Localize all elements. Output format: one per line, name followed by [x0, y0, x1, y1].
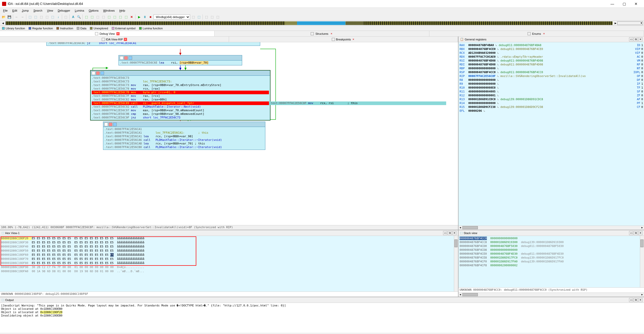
menu-windows[interactable]: Windows	[101, 8, 117, 13]
register-row[interactable]: R140000000000000000↳	[460, 101, 643, 105]
register-row[interactable]: RBP0000000000000000↳	[460, 66, 643, 70]
fwd-button[interactable]: →	[20, 14, 25, 20]
hex-line[interactable]: 000001D86C19DF70 E5 E5 E5 E5 E5 E5 E5 E5…	[1, 257, 457, 261]
graph-view[interactable]: .text:00007FFAC2E56C69 cmp eax, [rdx+10h…	[0, 42, 458, 225]
hex-line[interactable]: 000001D86C19DF80 E5 E5 E5 E5 E5 E5 E5 E5…	[1, 261, 457, 265]
register-row[interactable]: R120000000000000001↳	[460, 93, 643, 97]
open-button[interactable]: 📂	[1, 14, 6, 20]
minimize-button[interactable]: —	[606, 0, 618, 8]
graph-node-main[interactable]: .text:00007FFAC2E56C73 .text:00007FFAC2E…	[90, 70, 270, 121]
register-row[interactable]: RDI0000004876BF4D08↳debug011:0000004876B…	[460, 63, 643, 66]
sub-tab[interactable]: Breakpoints✕	[229, 37, 458, 42]
tab-close[interactable]: ✕	[543, 32, 546, 35]
output-body[interactable]: [JavaScript Warning: "This page is in Qu…	[0, 303, 644, 333]
register-row[interactable]: RSP0000004876BF4CC0↳debug011:0000004876B…	[460, 70, 643, 74]
tab-close[interactable]: ✕	[116, 32, 120, 35]
stack-detach[interactable]: ▭	[629, 231, 633, 235]
maximize-button[interactable]: ▢	[618, 0, 630, 8]
stack-line[interactable]: 0000004876BF4CC0 0000000000000000	[460, 236, 643, 240]
output-detach[interactable]: ▭	[629, 298, 633, 302]
register-row[interactable]: R13000001D86D91CDC8↳debug139:000001D86D9…	[460, 97, 643, 101]
close-button[interactable]: ✕	[630, 0, 642, 8]
menu-edit[interactable]: Edit	[10, 8, 19, 13]
stack-line[interactable]: 0000004876BF4CE8 000001D86D917FC0 debug1…	[460, 256, 643, 260]
hex-line[interactable]: 000001D86C19DF50 E5 E5 E5 E5 E5 E5 E5 E5…	[1, 249, 457, 253]
tb-btn-find[interactable]: 🔍	[76, 14, 81, 20]
stack-line[interactable]: 0000004876BF4CC8 000001D86D919300 debug1…	[460, 240, 643, 244]
menu-lumina[interactable]: Lumina	[73, 8, 86, 13]
register-row[interactable]: R90000000000000000↳	[460, 82, 643, 86]
stack-line[interactable]: 0000004876BF4CD8 0000000000000000	[460, 248, 643, 252]
save-button[interactable]: 💾	[7, 14, 12, 20]
register-row[interactable]: R80000000000000000↳	[460, 78, 643, 82]
sub-tab[interactable]: IDA View-RIP✕	[0, 37, 229, 42]
register-row[interactable]: R114000000000004005↳	[460, 90, 643, 93]
tb-btn-6[interactable]: ↓	[56, 14, 61, 20]
stack-line[interactable]: 0000004876BF4CF8 0000000200000002	[460, 263, 643, 267]
nav-end-dropdown[interactable]: ▾	[617, 21, 643, 25]
graph-node-lea[interactable]: .text:00007FFAC2E56C6E lea rsi, [rsp+0B8…	[118, 55, 242, 65]
register-row[interactable]: EFL00000206↳	[460, 109, 643, 113]
menu-file[interactable]: File	[1, 8, 10, 13]
tb-btn-16[interactable]: ⬚	[191, 14, 196, 20]
register-row[interactable]: RBX0000004876BF4CE0↳debug011:0000004876B…	[460, 47, 643, 51]
nav-left[interactable]: ◀	[1, 21, 5, 25]
register-row[interactable]: R1000000000000008E8↳	[460, 86, 643, 90]
tab-close[interactable]: ✕	[330, 32, 333, 35]
regs-detach[interactable]: ▭	[629, 37, 633, 41]
tb-btn-20[interactable]: ⬚	[215, 14, 220, 20]
hex-line[interactable]: 000001D86C19DF30 E5 E5 E5 E5 E5 E5 E5 E5…	[1, 241, 457, 245]
tb-btn-18[interactable]: ⬚	[204, 14, 209, 20]
regs-close[interactable]: ✕	[638, 37, 642, 41]
regs-body[interactable]: RAX000004876BF4BA8↳debug011:0000004876BF…	[459, 42, 644, 226]
menu-search[interactable]: Search	[31, 8, 45, 13]
tb-btn-1[interactable]: ⬚	[27, 14, 32, 20]
hex-line[interactable]: 000001D86C19DFA0 00 1A 98 6D D8 01 00 00…	[1, 269, 457, 273]
register-row[interactable]: RIP00007FFAC2E56C8F↳mozilla::SVGRenderin…	[460, 74, 643, 78]
graph-node-bottom[interactable]: .text:00007FFAC2E56CA1 .text:00007FFAC2E…	[103, 122, 265, 150]
hex-close[interactable]: ✕	[452, 231, 456, 235]
stack-vscroll[interactable]	[640, 236, 644, 287]
hex-body[interactable]: 000001D86C19DF20 E5 E5 E5 E5 E5 E5 E5 E5…	[0, 236, 458, 292]
tb-btn-13[interactable]: ⬚	[112, 14, 117, 20]
menu-options[interactable]: Options	[87, 8, 101, 13]
register-row[interactable]: R15000001D86D9CF238↳debug139:000001D86D9…	[460, 105, 643, 109]
stack-line[interactable]: 0000004876BF4CF0 000001D86D917FA0 debug1…	[460, 260, 643, 263]
menu-view[interactable]: View	[45, 8, 55, 13]
tb-btn-11[interactable]: ⬚	[101, 14, 106, 20]
stack-body[interactable]: 0000004876BF4CC0 00000000000000000000004…	[459, 236, 644, 287]
menu-debugger[interactable]: Debugger	[56, 8, 72, 13]
tb-btn-10[interactable]: ⬚	[95, 14, 100, 20]
hex-line[interactable]: 000001D86C19DF90 30 2B C2 C7 FA 7F 00 00…	[1, 265, 457, 269]
hex-restore[interactable]: ⧉	[448, 231, 452, 235]
debugger-combo[interactable]: Windbg(x64) debugger	[154, 14, 190, 20]
register-row[interactable]: RCXAD1284B9A0320000↳	[460, 51, 643, 55]
tb-btn-3[interactable]: ⬚	[39, 14, 44, 20]
pause-button[interactable]: ⏸	[142, 14, 147, 20]
tb-btn-4[interactable]: ⬚	[44, 14, 49, 20]
nav-right[interactable]: ▶	[614, 21, 617, 25]
tb-btn-5[interactable]: ⬚	[50, 14, 55, 20]
menu-jump[interactable]: Jump	[20, 8, 31, 13]
tb-btn-14[interactable]: ⬚	[118, 14, 123, 20]
register-row[interactable]: RAX000004876BF4BA8↳debug011:0000004876BF…	[460, 43, 643, 47]
hex-line[interactable]: 000001D86C19DF60 E5 E5 E5 E5 E5 E5 E5 E5…	[1, 253, 457, 257]
regs-hscroll[interactable]: ◂ ▸	[459, 226, 644, 230]
tab-close[interactable]: ✕	[124, 38, 127, 41]
hex-line[interactable]: 000001D86C19DF40 E5 E5 E5 E5 E5 E5 E5 E5…	[1, 245, 457, 249]
output-restore[interactable]: ⧉	[634, 298, 638, 302]
stack-restore[interactable]: ⧉	[634, 231, 638, 235]
tb-btn-x[interactable]: ✕	[129, 14, 134, 20]
top-tab[interactable]: Debug View✕	[0, 31, 215, 36]
hex-line[interactable]: 000001D86C19DF20 E5 E5 E5 E5 E5 E5 E5 E5…	[1, 236, 457, 241]
tb-btn-2[interactable]: ⬚	[33, 14, 38, 20]
tab-close[interactable]: ✕	[352, 38, 355, 41]
back-button[interactable]: ←	[14, 14, 19, 20]
stack-line[interactable]: 0000004876BF4CE0 0000004876BF4D30 debug0…	[460, 252, 643, 256]
stack-close[interactable]: ✕	[638, 231, 642, 235]
stop-button[interactable]: ■	[148, 14, 153, 20]
hex-vscroll[interactable]	[454, 236, 458, 292]
register-row[interactable]: RDX00007FFAC7C0CAE0↳.rdata:sEmptyTArrayH…	[460, 55, 643, 59]
menu-help[interactable]: Help	[117, 8, 127, 13]
nav-bar[interactable]	[6, 21, 613, 25]
